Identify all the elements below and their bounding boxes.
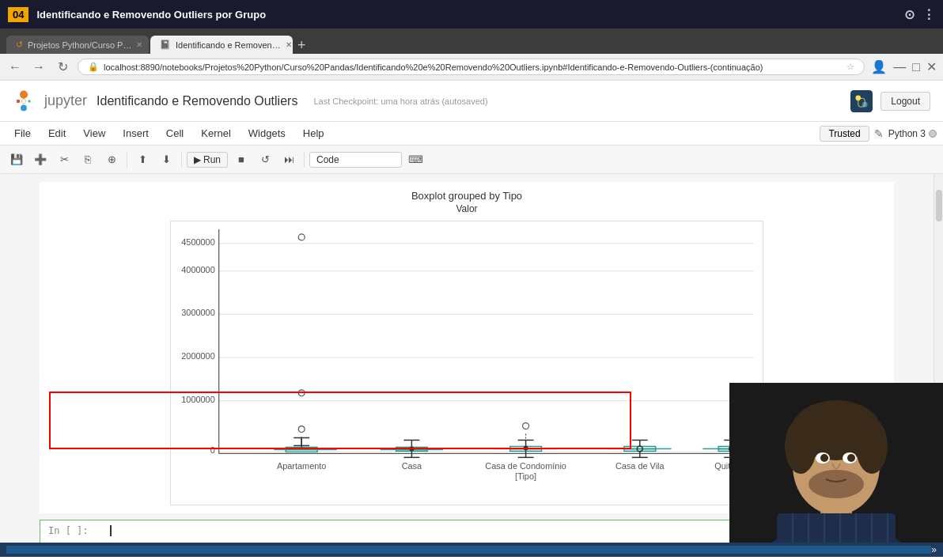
svg-point-23 bbox=[298, 426, 305, 433]
move-up-button[interactable]: ⬆ bbox=[132, 149, 153, 170]
progress-bar bbox=[6, 546, 931, 554]
svg-text:Casa de Condomínio: Casa de Condomínio bbox=[485, 461, 566, 471]
run-icon: ▶ bbox=[194, 154, 201, 165]
menu-right: Trusted ✎ Python 3 bbox=[820, 126, 937, 142]
reload-button[interactable]: ↻ bbox=[54, 59, 71, 74]
chart-title: Boxplot grouped by Tipo bbox=[47, 190, 886, 202]
run-label: Run bbox=[203, 154, 221, 165]
chart-ylabel: Valor bbox=[47, 203, 886, 214]
logout-button[interactable]: Logout bbox=[881, 92, 930, 111]
pencil-icon[interactable]: ✎ bbox=[874, 127, 884, 140]
maximize-button[interactable]: □ bbox=[912, 60, 920, 74]
menu-insert[interactable]: Insert bbox=[115, 124, 157, 142]
svg-point-83 bbox=[856, 418, 888, 474]
svg-text:4000000: 4000000 bbox=[181, 265, 215, 274]
forward-button[interactable]: → bbox=[30, 60, 47, 74]
svg-text:1000000: 1000000 bbox=[181, 395, 215, 404]
url-bar: ← → ↻ 🔒 localhost:8890/notebooks/Projeto… bbox=[0, 54, 943, 81]
svg-text:4500000: 4500000 bbox=[181, 237, 215, 247]
copy-button[interactable]: ⎘ bbox=[78, 149, 98, 170]
toolbar-separator-1 bbox=[127, 152, 127, 168]
url-text: localhost:8890/notebooks/Projetos%20Pyth… bbox=[104, 62, 763, 72]
account-icon[interactable]: 👤 bbox=[871, 59, 887, 74]
boxplot-chart: 4500000 4000000 3000000 2000000 1000000 … bbox=[170, 221, 763, 505]
bookmark-icon[interactable]: ☆ bbox=[846, 62, 854, 72]
svg-point-85 bbox=[820, 454, 828, 462]
menu-bar: File Edit View Insert Cell Kernel Widget… bbox=[0, 122, 943, 146]
svg-point-43 bbox=[523, 423, 529, 429]
window-title: Identificando e Removendo Outliers por G… bbox=[36, 9, 266, 21]
bottom-arrows-icon[interactable]: » bbox=[931, 544, 937, 555]
tab-label-2: Identificando e Removen… bbox=[176, 40, 281, 50]
fast-forward-button[interactable]: ⏭ bbox=[278, 149, 299, 170]
svg-point-1 bbox=[21, 104, 27, 111]
jupyter-logo bbox=[13, 90, 35, 112]
run-button[interactable]: ▶ Run bbox=[187, 152, 228, 168]
cell-prompt: In [ ]: bbox=[40, 520, 104, 541]
close-button[interactable]: ✕ bbox=[926, 59, 937, 74]
restart-button[interactable]: ↺ bbox=[255, 149, 275, 170]
text-cursor bbox=[110, 525, 112, 536]
video-overlay bbox=[729, 383, 943, 557]
menu-cell[interactable]: Cell bbox=[158, 124, 191, 142]
scrollbar-thumb[interactable] bbox=[936, 190, 942, 221]
svg-rect-4 bbox=[850, 90, 873, 112]
svg-point-87 bbox=[847, 454, 855, 462]
menu-view[interactable]: View bbox=[75, 124, 113, 142]
svg-point-41 bbox=[409, 446, 414, 451]
window-controls: ⊙ ⋮ bbox=[904, 7, 935, 22]
jupyter-brand: jupyter bbox=[44, 93, 87, 109]
window-icon-1[interactable]: ⊙ bbox=[904, 7, 915, 22]
menu-kernel[interactable]: Kernel bbox=[193, 124, 239, 142]
checkpoint-text: Last Checkpoint: uma hora atrás (autosav… bbox=[313, 96, 487, 106]
svg-text:2000000: 2000000 bbox=[181, 351, 215, 361]
new-tab-button[interactable]: + bbox=[294, 37, 309, 54]
add-cell-button[interactable]: ➕ bbox=[30, 149, 51, 170]
stop-button[interactable]: ■ bbox=[231, 149, 252, 170]
move-down-button[interactable]: ⬇ bbox=[156, 149, 176, 170]
tab-label: Projetos Python/Curso P… bbox=[28, 40, 131, 50]
tab-icon: ↺ bbox=[16, 40, 23, 50]
menu-help[interactable]: Help bbox=[295, 124, 332, 142]
keyboard-button[interactable]: ⌨ bbox=[405, 149, 426, 170]
notebook-title[interactable]: Identificando e Removendo Outliers bbox=[97, 94, 297, 108]
svg-point-21 bbox=[298, 234, 305, 240]
paste-button[interactable]: ⊕ bbox=[101, 149, 122, 170]
menu-file[interactable]: File bbox=[6, 124, 39, 142]
svg-point-88 bbox=[809, 470, 864, 498]
toolbar-separator-2 bbox=[181, 152, 182, 168]
title-bar: 04 Identificando e Removendo Outliers po… bbox=[0, 0, 943, 28]
tab-projetos[interactable]: ↺ Projetos Python/Curso P… ✕ bbox=[6, 36, 149, 54]
url-field[interactable]: 🔒 localhost:8890/notebooks/Projetos%20Py… bbox=[78, 59, 865, 75]
save-button[interactable]: 💾 bbox=[6, 149, 27, 170]
jupyter-header: jupyter Identificando e Removendo Outlie… bbox=[0, 81, 943, 122]
menu-edit[interactable]: Edit bbox=[40, 124, 74, 142]
tab-close-1[interactable]: ✕ bbox=[136, 40, 142, 49]
lock-icon: 🔒 bbox=[88, 62, 99, 72]
bottom-bar: » bbox=[0, 543, 943, 557]
trusted-button[interactable]: Trusted bbox=[820, 126, 869, 142]
toolbar-separator-3 bbox=[304, 152, 305, 168]
kernel-status-circle bbox=[929, 130, 937, 138]
title-number: 04 bbox=[8, 7, 28, 22]
tab-icon-2: 📓 bbox=[160, 40, 171, 50]
cell-type-select[interactable]: Code Markdown Raw NBConvert bbox=[309, 152, 402, 168]
toolbar: 💾 ➕ ✂ ⎘ ⊕ ⬆ ⬇ ▶ Run ■ ↺ ⏭ Code Markdown … bbox=[0, 146, 943, 174]
person-svg bbox=[729, 383, 943, 557]
window-menu-icon[interactable]: ⋮ bbox=[922, 7, 935, 22]
cut-button[interactable]: ✂ bbox=[54, 149, 74, 170]
kernel-name: Python 3 bbox=[888, 128, 926, 139]
svg-text:Casa: Casa bbox=[402, 461, 422, 471]
kernel-info: Python 3 bbox=[888, 128, 937, 139]
svg-point-2 bbox=[17, 99, 20, 102]
tab-strip: ↺ Projetos Python/Curso P… ✕ 📓 Identific… bbox=[0, 28, 943, 54]
svg-point-3 bbox=[28, 100, 30, 102]
minimize-button[interactable]: — bbox=[893, 60, 906, 74]
tab-close-2[interactable]: ✕ bbox=[286, 40, 292, 49]
back-button[interactable]: ← bbox=[6, 60, 24, 74]
svg-point-22 bbox=[298, 390, 305, 396]
tab-identificando[interactable]: 📓 Identificando e Removen… ✕ bbox=[150, 36, 293, 54]
menu-widgets[interactable]: Widgets bbox=[240, 124, 294, 142]
python-logo bbox=[850, 90, 873, 112]
svg-text:[Tipo]: [Tipo] bbox=[515, 471, 536, 481]
